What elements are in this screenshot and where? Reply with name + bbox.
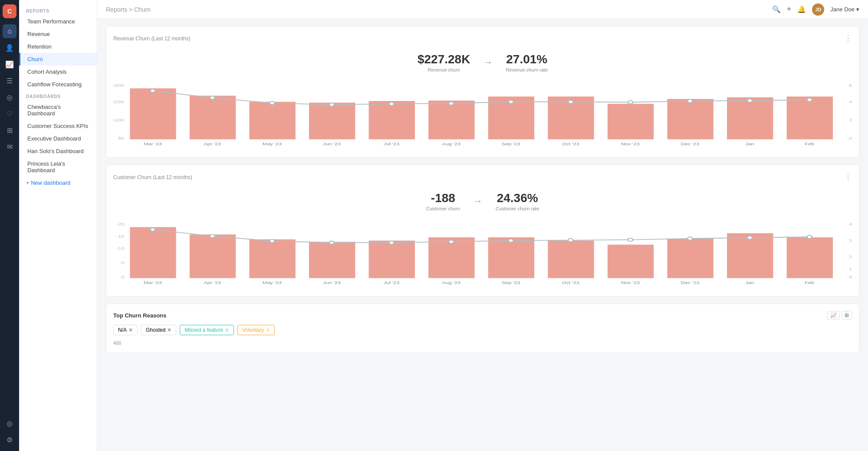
- svg-point-69: [329, 241, 334, 245]
- filter-tag-missed-label: Missed a feature: [184, 327, 223, 333]
- chart-icon[interactable]: 📈: [3, 57, 16, 71]
- search-icon[interactable]: 🔍: [772, 5, 781, 13]
- target-icon[interactable]: ◎: [3, 90, 16, 104]
- people-icon[interactable]: 👤: [3, 41, 16, 55]
- svg-rect-9: [190, 96, 236, 140]
- svg-point-70: [389, 241, 394, 245]
- svg-text:Jul '23: Jul '23: [384, 281, 399, 285]
- svg-point-68: [270, 239, 274, 243]
- filter-tag-missed[interactable]: Missed a feature ✕: [180, 325, 234, 335]
- svg-text:-15: -15: [116, 234, 124, 238]
- customer-churn-svg: -20 -15 -10 -5 -0 4% 3% 2% 1% 0%: [113, 218, 852, 288]
- sidebar-item-customer-success-kpis[interactable]: Customer Success KPIs: [19, 120, 97, 132]
- svg-rect-57: [309, 242, 355, 278]
- list-icon[interactable]: ☰: [3, 74, 16, 88]
- chart-bottom-label: 400: [113, 340, 852, 346]
- svg-point-66: [150, 228, 155, 232]
- app-logo-icon[interactable]: C: [3, 4, 16, 18]
- bell-icon[interactable]: 🔔: [797, 5, 806, 13]
- table-icon[interactable]: ⊞: [3, 123, 16, 137]
- svg-point-27: [568, 100, 573, 104]
- filter-tags-row: N/A ✕ Ghosted ✕ Missed a feature ✕ Volun…: [113, 325, 852, 335]
- icon-bar: C ⌂ 👤 📈 ☰ ◎ ♡ ⊞ ✉ ◎ ⚙: [0, 0, 19, 451]
- customer-churn-rate-label: Customer churn rate: [496, 206, 539, 211]
- svg-point-67: [210, 235, 215, 238]
- sidebar-item-churn[interactable]: Churn: [19, 53, 97, 65]
- svg-text:Dec '23: Dec '23: [681, 281, 700, 285]
- svg-text:$10K: $10K: [113, 118, 125, 122]
- sidebar-item-team-performance[interactable]: Team Performance: [19, 15, 97, 28]
- svg-point-24: [389, 102, 394, 106]
- revenue-churn-value-metric: $227.28K Revenue churn: [418, 52, 470, 72]
- sidebar-item-cohort-analysis[interactable]: Cohort Analysis: [19, 65, 97, 78]
- revenue-churn-metrics: $227.28K Revenue churn → 27.01% Revenue …: [113, 48, 852, 79]
- filter-tag-ghosted[interactable]: Ghosted ✕: [141, 325, 176, 335]
- customer-churn-subtitle: (Last 12 months): [153, 174, 192, 180]
- filter-tag-na-label: N/A: [118, 327, 127, 333]
- sidebar-item-cashflow-forecasting[interactable]: Cashflow Forecasting: [19, 78, 97, 91]
- topbar-right: 🔍 + 🔔 JD Jane Doe ▾: [772, 3, 859, 16]
- sidebar-item-executive-dashboard[interactable]: Executive Dashboard: [19, 132, 97, 145]
- revenue-churn-label: Revenue churn: [418, 67, 470, 72]
- svg-text:6%: 6%: [849, 83, 852, 87]
- avatar[interactable]: JD: [812, 3, 824, 16]
- revenue-churn-chart: $30K $20K $10K $0 6% 4% 2% 0%: [113, 79, 852, 150]
- add-icon[interactable]: +: [787, 5, 792, 14]
- filter-tag-missed-close[interactable]: ✕: [225, 327, 229, 333]
- table-view-button[interactable]: ⊞: [842, 311, 852, 320]
- sidebar-item-princess-leias-dashboard[interactable]: Princess Leia's Dashboard: [19, 157, 97, 176]
- customer-churn-value-metric: -188 Customer churn: [426, 191, 460, 211]
- customer-churn-value: -188: [426, 191, 460, 205]
- svg-text:Nov '23: Nov '23: [621, 281, 640, 285]
- sidebar-item-han-solos-dashboard[interactable]: Han Solo's Dashboard: [19, 145, 97, 157]
- new-dashboard-button[interactable]: + New dashboard: [19, 176, 97, 189]
- user-name[interactable]: Jane Doe ▾: [830, 6, 859, 13]
- filter-tag-na[interactable]: N/A ✕: [113, 325, 138, 335]
- svg-rect-62: [608, 245, 654, 278]
- svg-text:Mar '23: Mar '23: [144, 281, 162, 285]
- svg-point-72: [509, 239, 513, 242]
- svg-text:Oct '23: Oct '23: [562, 281, 579, 285]
- filter-tag-voluntary-close[interactable]: ✕: [266, 327, 270, 333]
- customer-churn-menu[interactable]: ⋮: [844, 172, 852, 182]
- breadcrumb-page: Churn: [134, 6, 151, 13]
- filter-tag-na-close[interactable]: ✕: [128, 327, 133, 333]
- svg-rect-60: [488, 237, 534, 278]
- breadcrumb-separator: >: [129, 6, 134, 13]
- chart-view-button[interactable]: 📈: [827, 311, 840, 320]
- svg-point-31: [807, 98, 812, 101]
- svg-text:Jan: Jan: [745, 281, 754, 285]
- settings-icon[interactable]: ⚙: [3, 433, 16, 447]
- svg-text:$20K: $20K: [113, 100, 125, 104]
- svg-text:-10: -10: [116, 247, 124, 251]
- metric-arrow-1: →: [483, 57, 493, 68]
- home-icon[interactable]: ⌂: [3, 24, 16, 38]
- svg-rect-8: [130, 88, 176, 140]
- message-icon[interactable]: ✉: [3, 140, 16, 154]
- svg-text:0%: 0%: [849, 275, 852, 279]
- svg-point-74: [628, 238, 633, 242]
- topbar: Reports > Churn 🔍 + 🔔 JD Jane Doe ▾: [97, 0, 868, 19]
- revenue-churn-menu[interactable]: ⋮: [844, 33, 852, 43]
- svg-text:$30K: $30K: [113, 83, 125, 87]
- svg-rect-11: [309, 103, 355, 140]
- svg-point-76: [747, 236, 752, 239]
- location-icon[interactable]: ◎: [3, 416, 16, 430]
- filter-tag-voluntary-label: Voluntary: [242, 327, 264, 333]
- filter-tag-ghosted-close[interactable]: ✕: [167, 327, 171, 333]
- breadcrumb-reports: Reports: [106, 6, 127, 13]
- top-churn-reasons-header: Top Churn Reasons 📈 ⊞: [113, 311, 852, 320]
- svg-point-71: [449, 240, 454, 244]
- svg-text:$0: $0: [118, 136, 124, 140]
- sidebar-item-retention[interactable]: Retention: [19, 40, 97, 53]
- top-churn-reasons-title: Top Churn Reasons: [113, 312, 167, 319]
- filter-tag-voluntary[interactable]: Voluntary ✕: [237, 325, 275, 335]
- svg-point-73: [568, 239, 573, 242]
- sidebar-item-revenue[interactable]: Revenue: [19, 28, 97, 40]
- svg-text:Oct '23: Oct '23: [562, 142, 579, 146]
- revenue-churn-rate-metric: 27.01% Revenue churn rate: [506, 52, 548, 72]
- heart-icon[interactable]: ♡: [3, 107, 16, 121]
- svg-text:1%: 1%: [849, 267, 852, 271]
- sidebar-item-chewbaccas-dashboard[interactable]: Chewbacca's Dashboard: [19, 101, 97, 120]
- customer-churn-chart: -20 -15 -10 -5 -0 4% 3% 2% 1% 0%: [113, 218, 852, 289]
